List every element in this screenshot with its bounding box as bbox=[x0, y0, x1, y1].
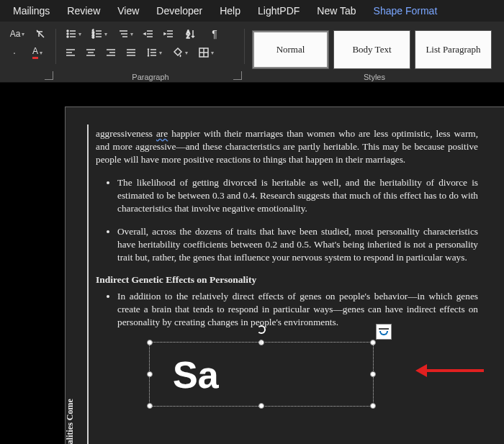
menu-shape-format[interactable]: Shape Format bbox=[365, 1, 446, 20]
wordart-text[interactable]: Sa bbox=[173, 350, 219, 400]
style-tile-body-text[interactable]: Body Text bbox=[333, 30, 410, 69]
sort-button[interactable]: AZ bbox=[180, 26, 203, 42]
section-heading: Indirect Genetic Effects on Personality bbox=[96, 273, 478, 286]
show-hide-marks-button[interactable]: ¶ bbox=[206, 26, 223, 42]
placeholder-dot[interactable]: . bbox=[6, 45, 23, 60]
svg-point-2 bbox=[67, 36, 68, 37]
increase-indent-button[interactable] bbox=[160, 26, 177, 42]
resize-handle-bl[interactable] bbox=[147, 403, 153, 409]
list-item: In addition to the relatively direct eff… bbox=[117, 290, 478, 329]
svg-text:Z: Z bbox=[186, 34, 190, 39]
resize-handle-bm[interactable] bbox=[258, 403, 264, 409]
menu-bar: Mailings Review View Developer Help Ligh… bbox=[0, 0, 504, 22]
style-tile-list-paragraph[interactable]: List Paragraph bbox=[415, 30, 492, 69]
style-tile-normal[interactable]: Normal bbox=[252, 30, 329, 69]
document-page[interactable]: alities Come aggressiveness are happier … bbox=[65, 107, 504, 444]
resize-handle-br[interactable] bbox=[370, 403, 376, 409]
styles-gallery: Normal Body Text List Paragraph bbox=[251, 26, 498, 73]
bullets-button[interactable]: ▾ bbox=[62, 26, 85, 42]
wordart-text-box[interactable]: Sa bbox=[149, 342, 374, 407]
rotate-handle[interactable] bbox=[257, 325, 266, 334]
ribbon-group-font: Aa▾ . A▾ bbox=[0, 22, 56, 83]
clear-formatting-button[interactable] bbox=[32, 26, 49, 42]
margin-line bbox=[87, 124, 89, 444]
list-item: The likelihood of getting divorced is he… bbox=[117, 176, 478, 215]
borders-button[interactable]: ▾ bbox=[194, 45, 217, 60]
ribbon-group-paragraph: ▾ 123▾ ▾ AZ ¶ ▾ ▾ ▾ Paragraph bbox=[56, 22, 245, 83]
menu-developer[interactable]: Developer bbox=[148, 1, 211, 20]
align-center-button[interactable] bbox=[82, 45, 99, 60]
resize-handle-tm[interactable] bbox=[258, 340, 264, 345]
align-right-button[interactable] bbox=[102, 45, 120, 60]
change-case-button[interactable]: Aa▾ bbox=[6, 26, 29, 42]
ribbon: Aa▾ . A▾ ▾ 123▾ ▾ AZ ¶ ▾ ▾ ▾ bbox=[0, 22, 504, 83]
svg-text:3: 3 bbox=[92, 35, 94, 39]
annotation-arrow bbox=[419, 369, 484, 372]
numbering-button[interactable]: 123▾ bbox=[88, 26, 111, 42]
styles-group-label: Styles bbox=[245, 73, 504, 81]
bullet-list-2: In addition to the relatively direct eff… bbox=[96, 290, 478, 329]
justify-button[interactable] bbox=[122, 45, 140, 60]
bullet-list: The likelihood of getting divorced is he… bbox=[96, 176, 478, 264]
ribbon-group-styles: Normal Body Text List Paragraph Styles bbox=[245, 22, 504, 83]
multilevel-list-button[interactable]: ▾ bbox=[114, 26, 137, 42]
align-left-button[interactable] bbox=[62, 45, 79, 60]
resize-handle-mr[interactable] bbox=[370, 371, 376, 377]
menu-review[interactable]: Review bbox=[58, 1, 109, 20]
body-paragraph-1: aggressiveness are happier with their ma… bbox=[96, 127, 478, 166]
menu-new-tab[interactable]: New Tab bbox=[308, 1, 364, 20]
resize-handle-tl[interactable] bbox=[147, 340, 153, 345]
resize-handle-tr[interactable] bbox=[370, 340, 376, 345]
list-item: Overall, across the dozens of traits tha… bbox=[117, 225, 478, 264]
menu-lightpdf[interactable]: LightPDF bbox=[249, 1, 308, 20]
shading-button[interactable]: ▾ bbox=[168, 45, 192, 60]
svg-point-0 bbox=[67, 30, 68, 32]
paragraph-dialog-launcher[interactable] bbox=[233, 71, 242, 80]
layout-options-icon[interactable] bbox=[376, 324, 392, 340]
resize-handle-ml[interactable] bbox=[147, 371, 153, 377]
svg-point-1 bbox=[67, 33, 68, 35]
paragraph-group-label: Paragraph bbox=[56, 73, 245, 81]
line-spacing-button[interactable]: ▾ bbox=[143, 45, 166, 60]
menu-view[interactable]: View bbox=[109, 1, 148, 20]
font-dialog-launcher[interactable] bbox=[45, 71, 53, 80]
menu-help[interactable]: Help bbox=[211, 1, 249, 20]
menu-mailings[interactable]: Mailings bbox=[4, 1, 58, 20]
decrease-indent-button[interactable] bbox=[140, 26, 157, 42]
side-caption: alities Come bbox=[64, 399, 76, 444]
grammar-underline: are bbox=[156, 128, 168, 139]
font-color-button[interactable]: A▾ bbox=[26, 45, 49, 60]
